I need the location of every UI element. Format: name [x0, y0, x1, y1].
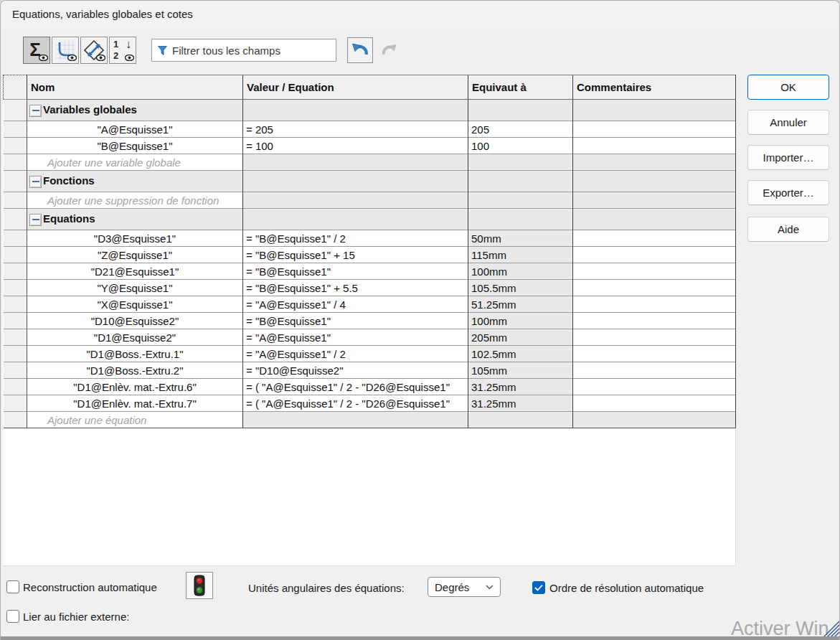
undo-button[interactable]	[347, 37, 373, 63]
row-selector[interactable]	[4, 296, 27, 313]
comment-cell[interactable]	[573, 263, 736, 280]
column-header-nom[interactable]: Nom	[27, 75, 243, 100]
name-cell[interactable]: "D1@Esquisse2"	[27, 329, 243, 346]
comment-cell[interactable]	[573, 154, 736, 171]
collapse-minus-icon[interactable]	[29, 176, 42, 188]
link-file-checkbox[interactable]	[6, 610, 19, 623]
comment-cell[interactable]	[573, 313, 736, 329]
help-button[interactable]: Aide	[747, 217, 829, 242]
comment-cell[interactable]	[573, 230, 736, 247]
row-selector[interactable]	[4, 247, 27, 263]
add-placeholder-cell[interactable]: Ajouter une suppression de fonction	[27, 192, 243, 209]
comment-cell[interactable]	[573, 280, 736, 296]
equation-cell[interactable]	[243, 154, 468, 171]
row-selector[interactable]	[4, 379, 27, 395]
evaluates-to-cell[interactable]: 105.5mm	[468, 280, 573, 296]
equation-cell[interactable]	[243, 171, 468, 192]
evaluates-to-cell[interactable]: 115mm	[468, 247, 573, 263]
comment-cell[interactable]	[573, 209, 736, 230]
comment-cell[interactable]	[573, 121, 736, 138]
name-cell[interactable]: "Z@Esquisse1"	[27, 247, 243, 263]
comment-cell[interactable]	[573, 329, 736, 346]
ok-button[interactable]: OK	[747, 75, 829, 100]
select-all-cell[interactable]	[4, 75, 27, 100]
ordered-view-button[interactable]: 12 ↓	[109, 37, 136, 64]
row-selector[interactable]	[4, 230, 27, 247]
row-selector[interactable]	[4, 313, 27, 329]
section-title-cell[interactable]: Equations	[27, 209, 243, 230]
column-header-valeur-equation[interactable]: Valeur / Equation	[243, 75, 468, 100]
name-cell[interactable]: "D1@Boss.-Extru.1"	[27, 346, 243, 362]
evaluates-to-cell[interactable]: 100mm	[468, 313, 573, 329]
equation-cell[interactable]: = ( "A@Esquisse1" / 2 - "D26@Esquisse1"	[243, 379, 468, 395]
equation-cell[interactable]: = "A@Esquisse1"	[243, 329, 468, 346]
rebuild-checkbox[interactable]	[6, 580, 19, 593]
row-selector[interactable]	[4, 263, 27, 280]
equation-cell[interactable]: = "A@Esquisse1" / 2	[243, 346, 468, 362]
equation-cell[interactable]: = 205	[243, 121, 468, 138]
name-cell[interactable]: "D1@Enlèv. mat.-Extru.7"	[27, 395, 243, 412]
export-button[interactable]: Exporter…	[747, 180, 829, 205]
row-selector[interactable]	[4, 209, 27, 230]
equation-cell[interactable]	[243, 192, 468, 209]
comment-cell[interactable]	[573, 192, 736, 209]
equation-cell[interactable]: = "B@Esquisse1"	[243, 263, 468, 280]
collapse-minus-icon[interactable]	[29, 105, 42, 117]
filter-input[interactable]	[172, 44, 330, 57]
comment-cell[interactable]	[573, 100, 736, 121]
name-cell[interactable]: "A@Esquisse1"	[27, 121, 243, 138]
evaluates-to-cell[interactable]: 100	[468, 138, 573, 154]
evaluates-to-cell[interactable]: 205mm	[468, 329, 573, 346]
row-selector[interactable]	[4, 395, 27, 412]
equation-cell[interactable]: = ( "A@Esquisse1" / 2 - "D26@Esquisse1"	[243, 395, 468, 412]
comment-cell[interactable]	[573, 138, 736, 154]
equation-cell[interactable]	[243, 209, 468, 230]
auto-order-checkbox[interactable]	[532, 581, 545, 594]
row-selector[interactable]	[4, 412, 27, 428]
comment-cell[interactable]	[573, 346, 736, 362]
evaluates-to-cell[interactable]: 31.25mm	[468, 395, 573, 412]
equation-cell[interactable]: = "B@Esquisse1" + 5.5	[243, 280, 468, 296]
row-selector[interactable]	[4, 362, 27, 379]
add-placeholder-cell[interactable]: Ajouter une équation	[27, 412, 243, 428]
evaluates-to-cell[interactable]: 102.5mm	[468, 346, 573, 362]
name-cell[interactable]: "Y@Esquisse1"	[27, 280, 243, 296]
row-selector[interactable]	[4, 346, 27, 362]
evaluates-to-cell[interactable]: 51.25mm	[468, 296, 573, 313]
row-selector[interactable]	[4, 100, 27, 121]
resize-grip-icon[interactable]	[821, 613, 839, 637]
row-selector[interactable]	[4, 138, 27, 154]
column-header-equivaut-a[interactable]: Equivaut à	[468, 75, 573, 100]
row-selector[interactable]	[4, 192, 27, 209]
name-cell[interactable]: "D21@Esquisse1"	[27, 263, 243, 280]
column-header-commentaires[interactable]: Commentaires	[573, 75, 736, 100]
evaluates-to-cell[interactable]: 100mm	[468, 263, 573, 280]
evaluates-to-cell[interactable]	[468, 154, 573, 171]
row-selector[interactable]	[4, 154, 27, 171]
row-selector[interactable]	[4, 121, 27, 138]
name-cell[interactable]: "D1@Boss.-Extru.2"	[27, 362, 243, 379]
comment-cell[interactable]	[573, 362, 736, 379]
row-selector[interactable]	[4, 329, 27, 346]
comment-cell[interactable]	[573, 247, 736, 263]
name-cell[interactable]: "D3@Esquisse1"	[27, 230, 243, 247]
comment-cell[interactable]	[573, 395, 736, 412]
equation-cell[interactable]: = "D10@Esquisse2"	[243, 362, 468, 379]
evaluates-to-cell[interactable]	[468, 100, 573, 121]
angular-units-select[interactable]: Degrés	[428, 577, 501, 597]
dimension-view-button[interactable]	[80, 37, 108, 64]
equation-cell[interactable]	[243, 412, 468, 428]
section-title-cell[interactable]: Fonctions	[27, 171, 243, 192]
add-placeholder-cell[interactable]: Ajouter une variable globale	[27, 154, 243, 171]
section-title-cell[interactable]: Variables globales	[27, 100, 243, 121]
evaluates-to-cell[interactable]: 205	[468, 121, 573, 138]
import-button[interactable]: Importer…	[747, 145, 829, 170]
comment-cell[interactable]	[573, 379, 736, 395]
name-cell[interactable]: "B@Esquisse1"	[27, 138, 243, 154]
equation-cell[interactable]: = "B@Esquisse1"	[243, 313, 468, 329]
comment-cell[interactable]	[573, 296, 736, 313]
equation-cell[interactable]	[243, 100, 468, 121]
row-selector[interactable]	[4, 280, 27, 296]
evaluates-to-cell[interactable]: 50mm	[468, 230, 573, 247]
collapse-minus-icon[interactable]	[29, 214, 42, 226]
